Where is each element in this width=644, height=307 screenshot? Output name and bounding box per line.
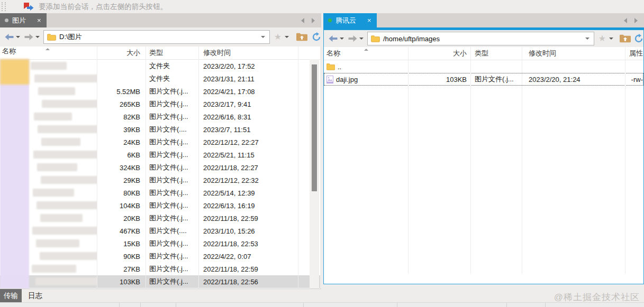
tab-status-dot [5, 18, 8, 22]
cell-size: 90KB [97, 253, 146, 261]
table-row[interactable]: 文件夹2023/1/31, 21:11 [0, 72, 320, 85]
table-row[interactable]: 467KB图片文件(....2023/1/10, 15:26 [0, 225, 320, 237]
table-row[interactable]: 15KB图片文件(.j...2022/11/18, 22:53 [0, 237, 320, 250]
table-row[interactable]: 82KB图片文件(.j...2022/6/16, 8:31 [0, 110, 320, 123]
tab-close-icon[interactable]: × [367, 16, 371, 24]
favorites-star-icon[interactable]: ★ [274, 33, 282, 41]
remote-address-input[interactable] [383, 35, 582, 43]
table-row[interactable]: 6KB图片文件(.j...2022/5/21, 11:15 [0, 148, 320, 161]
cell-size: 24KB [97, 138, 146, 146]
forward-button[interactable] [24, 34, 40, 40]
table-row[interactable]: 文件夹2023/2/20, 17:52 [0, 60, 320, 72]
censored-folder-icons [0, 59, 29, 85]
column-divider[interactable] [146, 46, 146, 289]
cell-modified: 2022/4/22, 0:07 [199, 253, 298, 261]
cell-modified: 2023/1/31, 21:11 [199, 75, 298, 83]
tab-scroll-right-icon[interactable] [634, 18, 638, 23]
forward-dropdown-icon[interactable] [359, 38, 364, 40]
tab-scroll-left-icon[interactable] [624, 18, 627, 23]
forward-dropdown-icon[interactable] [35, 36, 40, 38]
tab-scroll-right-icon[interactable] [312, 18, 315, 23]
table-row[interactable]: 324KB图片文件(.j...2022/11/18, 22:27 [0, 161, 320, 174]
cell-modified: 2022/12/12, 22:27 [199, 138, 298, 146]
censored-filename [33, 189, 74, 197]
censored-filename [41, 138, 80, 146]
refresh-icon[interactable] [312, 32, 321, 42]
column-divider[interactable] [625, 47, 625, 274]
column-divider[interactable] [522, 47, 522, 274]
cell-size: 103KB [97, 278, 146, 286]
table-row[interactable]: 5.52MB图片文件(.j...2022/4/21, 17:08 [0, 85, 320, 98]
cell-name: daji.jpg [324, 73, 408, 86]
cell-modified: 2023/2/17, 9:41 [199, 100, 298, 108]
cell-type: 图片文件(.j... [146, 201, 199, 210]
censored-filename [38, 87, 75, 95]
home-icon[interactable] [620, 34, 631, 43]
tab-local-pictures[interactable]: 图片 × [0, 13, 47, 27]
table-row[interactable]: 24KB图片文件(.j...2022/12/12, 22:27 [0, 136, 320, 148]
table-row[interactable]: 90KB图片文件(.j...2022/4/22, 0:07 [0, 250, 320, 263]
table-row[interactable]: 265KB图片文件(.j...2023/2/17, 9:41 [0, 98, 320, 110]
table-row[interactable]: 80KB图片文件(.j...2022/5/14, 12:39 [0, 187, 320, 199]
censored-filename [40, 252, 97, 260]
table-row[interactable]: .. [324, 60, 643, 73]
column-divider[interactable] [408, 47, 409, 274]
censored-filename [32, 227, 97, 235]
cell-type: 图片文件(.j... [146, 87, 199, 96]
add-session-arrow-icon[interactable] [22, 2, 34, 12]
censored-filename [34, 75, 97, 82]
table-row[interactable]: 104KB图片文件(.j...2022/6/13, 16:19 [0, 199, 320, 212]
back-button[interactable] [328, 35, 344, 42]
toolbar-drag-handle[interactable] [2, 2, 6, 11]
remote-address-bar[interactable] [367, 32, 594, 45]
table-row[interactable]: 103KB图片文件(.j...2022/11/18, 22:56 [0, 275, 320, 288]
local-address-input[interactable] [59, 33, 258, 41]
table-row[interactable]: 39KB图片文件(....2023/2/7, 11:51 [0, 123, 320, 136]
column-divider[interactable] [470, 47, 471, 274]
table-row[interactable]: 27KB图片文件(.j...2022/11/18, 22:59 [0, 263, 320, 275]
tab-label: 腾讯云 [335, 16, 356, 25]
address-dropdown-icon[interactable] [585, 38, 589, 40]
column-header-modified[interactable]: 修改时间 [522, 49, 625, 58]
column-divider[interactable] [298, 46, 298, 289]
table-row[interactable]: 20KB图片文件(.j...2022/11/18, 22:59 [0, 212, 320, 225]
column-header-attr[interactable]: 属性 [625, 49, 643, 58]
cell-type: 图片文件(.j... [146, 277, 199, 286]
tab-remote-tencent-cloud[interactable]: 腾讯云 × [323, 13, 377, 27]
forward-button[interactable] [348, 35, 364, 42]
back-dropdown-icon[interactable] [340, 38, 344, 40]
table-row[interactable]: daji.jpg103KB图片文件(.j...2023/2/20, 21:24-… [324, 73, 643, 86]
table-row[interactable]: 29KB图片文件(.j...2022/12/12, 22:32 [0, 174, 320, 187]
local-address-bar[interactable] [43, 30, 270, 44]
column-header-type[interactable]: 类型 [470, 49, 522, 58]
column-divider[interactable] [198, 46, 199, 289]
tab-log[interactable]: 日志 [24, 289, 46, 303]
cell-type: 图片文件(.j... [146, 163, 199, 172]
cell-type: 图片文件(.... [146, 125, 199, 134]
favorites-dropdown-icon[interactable] [609, 38, 613, 40]
cell-type: 文件夹 [146, 74, 199, 83]
column-header-modified[interactable]: 修改时间 [199, 48, 298, 58]
back-dropdown-icon[interactable] [16, 36, 20, 38]
tab-scroll-left-icon[interactable] [301, 18, 304, 23]
column-header-name[interactable]: 名称 [0, 46, 97, 59]
address-dropdown-icon[interactable] [261, 36, 265, 38]
column-divider[interactable] [97, 46, 97, 289]
column-header-type[interactable]: 类型 [146, 48, 199, 58]
cell-modified: 2022/11/18, 22:59 [199, 215, 298, 222]
home-icon[interactable] [296, 33, 307, 41]
cell-type: 图片文件(.j... [146, 188, 199, 198]
column-header-size[interactable]: 大小 [408, 49, 470, 58]
image-file-icon [326, 76, 333, 83]
tab-transfer[interactable]: 传输 [0, 289, 22, 303]
cell-modified: 2023/2/7, 11:51 [199, 126, 298, 134]
favorites-star-icon[interactable]: ★ [598, 34, 606, 43]
back-button[interactable] [4, 34, 20, 40]
vertical-scrollbar[interactable] [310, 59, 319, 289]
favorites-dropdown-icon[interactable] [285, 36, 289, 38]
refresh-icon[interactable] [634, 34, 643, 43]
column-header-size[interactable]: 大小 [97, 48, 146, 58]
column-header-name[interactable]: 名称 [324, 47, 408, 60]
vertical-scrollbar-thumb[interactable] [312, 64, 317, 191]
tab-close-icon[interactable]: × [37, 16, 41, 24]
